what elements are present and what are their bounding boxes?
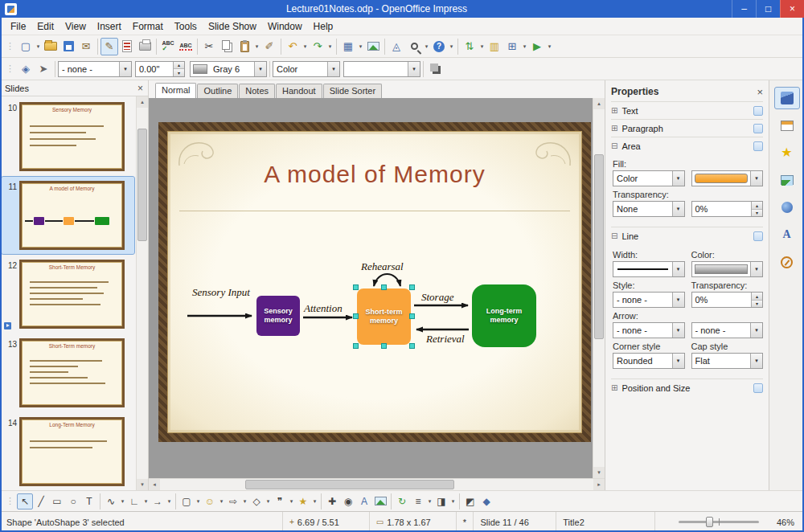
section-paragraph[interactable]: ⊞ Paragraph — [611, 119, 763, 137]
scrollbar-thumb[interactable] — [137, 129, 147, 241]
clone-formatting-icon[interactable]: ✐ — [260, 38, 278, 55]
insert-image-icon[interactable] — [364, 38, 382, 55]
selection-handle[interactable] — [409, 343, 415, 349]
basic-shapes-icon[interactable]: ▢ — [178, 493, 195, 509]
menu-slideshow[interactable]: Slide Show — [203, 19, 262, 34]
label-storage[interactable]: Storage — [421, 291, 453, 304]
zoom-thumb[interactable] — [706, 517, 713, 527]
save-icon[interactable] — [59, 38, 77, 55]
slide-thumbnail-10[interactable]: 10 Sensory Memory — [2, 98, 134, 175]
arrange-dropdown-caret[interactable]: ▾ — [449, 493, 457, 510]
curve-tool-icon[interactable]: ∿ — [103, 493, 119, 509]
export-pdf-icon[interactable] — [118, 38, 136, 55]
selection-handle[interactable] — [381, 343, 387, 349]
section-area[interactable]: ⊟ Area — [611, 137, 763, 154]
line-width-select[interactable]: ▾ — [613, 261, 685, 277]
connector-tool-icon[interactable]: ∟ — [126, 493, 142, 509]
grid-dropdown-caret[interactable]: ▾ — [521, 38, 528, 55]
rectangle-tool-icon[interactable]: ▭ — [49, 493, 65, 509]
dropdown-arrow-icon[interactable]: ▾ — [750, 354, 762, 368]
section-position-size[interactable]: ⊞ Position and Size — [611, 379, 763, 396]
zoom-slider[interactable] — [668, 512, 770, 532]
scroll-up-icon[interactable]: ▴ — [593, 98, 605, 109]
navigator-dropdown-caret[interactable]: ▾ — [478, 38, 486, 55]
scroll-left-icon[interactable]: ◂ — [149, 479, 160, 490]
line-color-picker[interactable]: ▾ — [691, 261, 764, 277]
menu-tools[interactable]: Tools — [169, 19, 203, 34]
scroll-up-icon[interactable]: ▴ — [137, 96, 148, 108]
spin-down-icon[interactable]: ▾ — [752, 301, 762, 308]
dropdown-arrow-icon[interactable]: ▾ — [672, 323, 684, 338]
styles-icon[interactable]: A — [774, 223, 800, 246]
line-style-select[interactable]: - none - ▾ — [613, 292, 685, 308]
menu-file[interactable]: File — [5, 19, 31, 34]
callouts-dropdown-caret[interactable]: ▾ — [288, 493, 295, 510]
slides-scrollbar[interactable]: ▴ ▾ — [136, 96, 148, 490]
text-tool-icon[interactable]: T — [81, 493, 97, 509]
fill-type-select[interactable]: Color ▾ — [613, 170, 685, 186]
line-width-input[interactable]: 0.00" ▴▾ — [135, 61, 185, 77]
shape-short-term-memory-selected[interactable]: Short-term memory — [357, 289, 411, 345]
redo-icon[interactable]: ↷ — [309, 38, 326, 55]
vertical-scrollbar[interactable]: ▴ ▾ — [593, 98, 605, 478]
ellipse-tool-icon[interactable]: ○ — [65, 493, 81, 509]
paragraph-dialog-launcher-icon[interactable] — [753, 124, 763, 133]
help-dropdown-caret[interactable]: ▾ — [448, 38, 455, 55]
expand-icon[interactable]: ⊞ — [611, 383, 617, 392]
block-arrows-icon[interactable]: ⇨ — [225, 493, 241, 509]
basic-shapes-dropdown-caret[interactable]: ▾ — [195, 493, 202, 510]
menu-window[interactable]: Window — [262, 19, 308, 34]
copy-icon[interactable] — [218, 38, 236, 55]
connector-dropdown-caret[interactable]: ▾ — [142, 493, 150, 510]
transparency-type-select[interactable]: None ▾ — [613, 201, 685, 217]
line-transparency-input[interactable]: 0% ▴▾ — [691, 292, 764, 308]
spin-down-icon[interactable]: ▾ — [174, 69, 184, 76]
selection-handle[interactable] — [409, 313, 415, 319]
spellcheck-icon[interactable]: ABC✓ — [159, 38, 177, 55]
edit-file-icon[interactable]: ✎ — [100, 38, 118, 55]
expand-icon[interactable]: ⊞ — [611, 124, 617, 133]
tab-handout[interactable]: Handout — [276, 84, 322, 98]
horizontal-scrollbar[interactable]: ◂ ▸ — [149, 478, 605, 490]
paste-dropdown-caret[interactable]: ▾ — [253, 38, 260, 55]
extrusion-icon[interactable]: ◩ — [462, 493, 478, 509]
dropdown-arrow-icon[interactable]: ▾ — [750, 171, 762, 186]
flowchart-icon[interactable]: ◇ — [248, 493, 265, 509]
scrollbar-thumb[interactable] — [594, 154, 604, 339]
dropdown-arrow-icon[interactable]: ▾ — [672, 293, 684, 307]
block-arrows-dropdown-caret[interactable]: ▾ — [241, 493, 248, 510]
autospellcheck-icon[interactable]: ABC — [177, 38, 195, 55]
label-rehearsal[interactable]: Rehearsal — [361, 260, 404, 273]
menu-format[interactable]: Format — [127, 19, 169, 34]
collapse-icon[interactable]: ⊟ — [611, 141, 617, 150]
fill-color-picker[interactable]: ▾ — [691, 170, 764, 186]
symbol-shapes-icon[interactable]: ☺ — [202, 493, 218, 509]
arrange-icon[interactable]: ◨ — [433, 493, 449, 509]
zoom-track[interactable] — [679, 521, 759, 523]
selection-handle[interactable] — [353, 343, 359, 349]
select-tool-icon[interactable]: ↖ — [17, 493, 33, 509]
selection-handle[interactable] — [381, 284, 387, 290]
dropdown-arrow-icon[interactable]: ▾ — [672, 202, 684, 216]
line-dialog-launcher-icon[interactable] — [753, 231, 763, 241]
arrow-end-select[interactable]: - none - ▾ — [691, 322, 764, 338]
callouts-icon[interactable]: ❞ — [272, 493, 288, 509]
gallery-icon[interactable]: ▥ — [486, 38, 503, 55]
edit-points-icon[interactable]: ✚ — [324, 493, 340, 509]
dropdown-arrow-icon[interactable]: ▾ — [119, 62, 131, 76]
redo-dropdown-caret[interactable]: ▾ — [326, 38, 334, 55]
menu-help[interactable]: Help — [308, 19, 339, 34]
gallery-icon[interactable] — [774, 169, 800, 191]
master-pages-icon[interactable] — [774, 114, 800, 137]
section-line[interactable]: ⊟ Line — [611, 227, 763, 244]
tab-normal[interactable]: Normal — [155, 83, 196, 98]
text-dialog-launcher-icon[interactable] — [753, 106, 763, 116]
custom-animation-icon[interactable]: ★ — [774, 141, 800, 164]
line-style-select[interactable]: - none - ▾ — [58, 61, 132, 77]
alignment-dropdown-caret[interactable]: ▾ — [426, 493, 433, 510]
cap-style-select[interactable]: Flat ▾ — [691, 353, 764, 369]
transparency-value-input[interactable]: 0% ▴▾ — [691, 201, 764, 217]
slide-thumbnail-11-selected[interactable]: 11 A model of Memory — [2, 177, 134, 254]
close-icon[interactable]: × — [137, 83, 143, 94]
pointer-icon[interactable]: ➤ — [35, 60, 52, 78]
